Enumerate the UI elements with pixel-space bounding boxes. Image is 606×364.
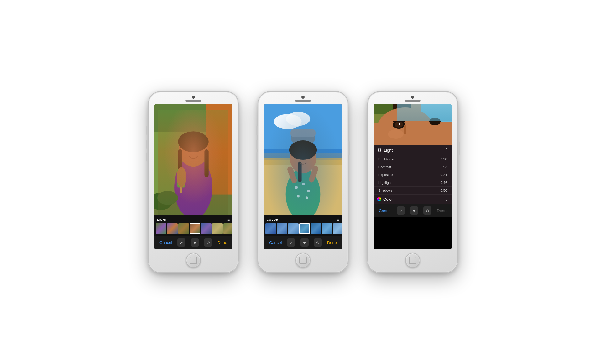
- power-button-2[interactable]: [348, 141, 350, 155]
- light-section-title: Light: [377, 148, 393, 153]
- svg-point-14: [157, 191, 178, 205]
- svg-line-54: [381, 148, 381, 149]
- strip-thumb-7[interactable]: [223, 223, 232, 234]
- light-section-header[interactable]: Light ⌃: [374, 145, 452, 155]
- vol-down-button[interactable]: [146, 152, 148, 162]
- brightness-label: Brightness: [378, 157, 394, 161]
- svg-rect-15: [264, 104, 342, 153]
- svg-rect-0: [154, 104, 232, 215]
- strip-thumb-6[interactable]: [212, 223, 223, 234]
- strip-thumb-2-3[interactable]: [288, 223, 299, 234]
- adjust-button-1[interactable]: ⊙: [204, 238, 212, 247]
- color-section-header[interactable]: Color ⌄: [374, 195, 452, 204]
- strip-thumb-2-4-selected[interactable]: [299, 223, 310, 234]
- photo-strip-1[interactable]: [154, 223, 232, 235]
- color-title: Color: [383, 197, 393, 202]
- vol-up-button-3[interactable]: [366, 140, 367, 149]
- strip-area-2: COLOR ≡: [264, 215, 342, 236]
- svg-point-13: [154, 193, 173, 210]
- phone-3-screen: Light ⌃ Brightness 0.20 Contrast 0.53: [374, 104, 452, 249]
- strip-menu-icon-2[interactable]: ≡: [337, 217, 339, 222]
- light-chevron-up[interactable]: ⌃: [445, 148, 448, 153]
- svg-rect-2: [206, 104, 232, 215]
- crop-button-3[interactable]: ⤢: [397, 206, 405, 215]
- vol-up-button-2[interactable]: [256, 140, 258, 149]
- earpiece-speaker: [185, 100, 201, 102]
- phone-1-content: LIGHT ≡ Cancel ⤢: [154, 104, 232, 249]
- exposure-row[interactable]: Exposure -0.21: [374, 171, 452, 179]
- strip-label-2: COLOR: [267, 218, 279, 221]
- crop-button-1[interactable]: ⤢: [177, 238, 185, 247]
- svg-rect-4: [154, 195, 232, 215]
- phone-top-3: [367, 91, 458, 104]
- svg-rect-11: [180, 186, 182, 193]
- power-button-3[interactable]: [458, 141, 460, 155]
- svg-line-52: [378, 148, 379, 149]
- power-button[interactable]: [239, 141, 240, 155]
- highlights-value: -0.46: [439, 181, 447, 185]
- cancel-button-3[interactable]: Cancel: [379, 208, 391, 213]
- strip-thumb-1[interactable]: [156, 223, 166, 234]
- front-camera-2: [301, 96, 305, 99]
- strip-thumb-2-1[interactable]: [265, 223, 276, 234]
- sun-icon: [377, 148, 382, 153]
- contrast-row[interactable]: Contrast 0.53: [374, 163, 452, 171]
- svg-point-45: [429, 118, 441, 125]
- adjust-button-2[interactable]: ⊙: [314, 238, 322, 247]
- strip-thumb-5[interactable]: [201, 223, 212, 234]
- cancel-button-1[interactable]: Cancel: [159, 240, 172, 245]
- beach-photo: [264, 104, 342, 215]
- home-button-3[interactable]: [405, 253, 420, 268]
- strip-thumb-2[interactable]: [167, 223, 178, 234]
- svg-rect-32: [298, 162, 302, 182]
- earpiece-speaker-2: [295, 100, 311, 102]
- strip-thumb-4-selected[interactable]: [190, 223, 200, 234]
- bottom-toolbar-3: Cancel ⤢ ● ⊙ Done: [374, 204, 452, 217]
- adjust-button-3[interactable]: ⊙: [423, 206, 431, 215]
- photo-svg-1: [154, 104, 232, 215]
- done-button-2[interactable]: Done: [327, 240, 337, 245]
- cancel-button-2[interactable]: Cancel: [269, 240, 282, 245]
- crop-button-2[interactable]: ⤢: [287, 238, 295, 247]
- home-button-2[interactable]: [295, 253, 311, 268]
- phone-3-content: Light ⌃ Brightness 0.20 Contrast 0.53: [374, 104, 452, 249]
- strip-thumb-3[interactable]: [178, 223, 189, 234]
- phone-2-content: COLOR ≡ Cancel ⤢: [264, 104, 342, 249]
- strip-menu-icon-1[interactable]: ≡: [227, 217, 230, 222]
- vol-down-button-2[interactable]: [256, 152, 258, 162]
- phone-top: [148, 91, 239, 104]
- vol-up-button[interactable]: [146, 140, 148, 149]
- color-circle-icon: [377, 197, 381, 201]
- vol-down-button-3[interactable]: [366, 152, 367, 162]
- svg-point-29: [306, 196, 308, 199]
- home-button-1[interactable]: [186, 253, 201, 268]
- highlights-label: Highlights: [378, 181, 393, 185]
- svg-rect-10: [177, 169, 185, 188]
- filter-button-1[interactable]: ●: [191, 238, 199, 247]
- phone-3-bottom: [367, 249, 458, 273]
- strip-thumb-2-5[interactable]: [311, 223, 321, 234]
- phone-1: LIGHT ≡ Cancel ⤢: [148, 91, 239, 273]
- bottom-toolbar-2: Cancel ⤢ ● ⊙ Done: [264, 236, 342, 249]
- photo-strip-2[interactable]: [264, 223, 342, 235]
- filter-button-2[interactable]: ●: [300, 238, 309, 247]
- strip-thumb-2-6[interactable]: [322, 223, 332, 234]
- svg-point-17: [286, 112, 310, 126]
- strip-thumb-2-7[interactable]: [333, 223, 342, 234]
- phones-container: LIGHT ≡ Cancel ⤢: [135, 79, 471, 285]
- highlights-row[interactable]: Highlights -0.46: [374, 179, 452, 187]
- strip-thumb-2-2[interactable]: [277, 223, 287, 234]
- brightness-row[interactable]: Brightness 0.20: [374, 155, 452, 163]
- settings-panel: Light ⌃ Brightness 0.20 Contrast 0.53: [374, 145, 452, 204]
- svg-line-53: [381, 151, 381, 152]
- shadows-row[interactable]: Shadows 0.50: [374, 187, 452, 195]
- bottom-toolbar-1: Cancel ⤢ ● ⊙ Done: [154, 236, 232, 249]
- phone-top-2: [258, 91, 348, 104]
- done-button-1[interactable]: Done: [217, 240, 227, 245]
- photo-svg-2: [264, 104, 342, 215]
- svg-point-30: [290, 143, 316, 173]
- front-camera: [192, 96, 195, 99]
- svg-point-16: [274, 114, 302, 129]
- color-chevron-down[interactable]: ⌄: [445, 197, 448, 202]
- filter-button-3[interactable]: ●: [410, 206, 418, 215]
